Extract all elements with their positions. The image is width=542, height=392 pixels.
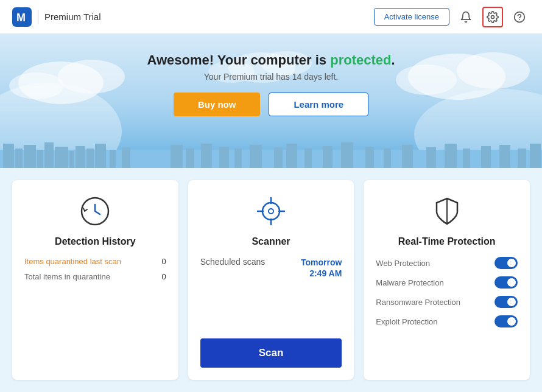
logo-icon: M: [12, 7, 32, 27]
header-divider: [38, 10, 38, 24]
hero-subtext: Your Premium trial has 14 days left.: [204, 72, 338, 82]
hero-headline-highlight: protected: [330, 52, 391, 68]
scheduled-label: Scheduled scans: [200, 257, 266, 279]
help-icon: [513, 11, 526, 23]
malware-protection-row: Malware Protection: [376, 276, 518, 289]
hero-headline: Awesome! Your computer is protected.: [147, 52, 395, 68]
svg-rect-43: [426, 147, 436, 168]
hero-buttons: Buy now Learn more: [174, 93, 368, 116]
svg-rect-36: [286, 144, 297, 168]
shield-icon: [431, 195, 463, 228]
svg-rect-44: [445, 144, 457, 168]
bell-icon: [460, 11, 472, 23]
svg-text:M: M: [16, 12, 26, 24]
svg-rect-18: [15, 149, 23, 168]
svg-point-6: [18, 61, 104, 104]
exploit-protection-row: Exploit Protection: [376, 315, 518, 327]
svg-rect-45: [463, 149, 470, 168]
row1-label: Items quarantined last scan: [24, 257, 121, 266]
help-button[interactable]: [509, 7, 530, 27]
svg-point-10: [457, 52, 530, 89]
scanner-scheduled-row: Scheduled scans Tomorrow2:49 AM: [200, 257, 342, 279]
svg-rect-28: [122, 147, 130, 168]
svg-rect-25: [86, 149, 94, 168]
web-protection-row: Web Protection: [376, 257, 518, 269]
svg-point-2: [491, 15, 494, 18]
crosshair-icon: [255, 195, 287, 228]
svg-rect-40: [365, 147, 374, 168]
detection-history-icon-area: [24, 195, 166, 228]
svg-rect-47: [499, 145, 510, 168]
realtime-protection-card: Real-Time Protection Web Protection Malw…: [364, 180, 530, 380]
ransomware-protection-label: Ransomware Protection: [376, 298, 460, 307]
buy-now-button[interactable]: Buy now: [174, 93, 261, 116]
header-left: M Premium Trial: [12, 7, 101, 27]
svg-rect-21: [44, 142, 54, 168]
hero-headline-start: Awesome! Your computer is: [147, 52, 330, 68]
row2-value: 0: [161, 272, 166, 281]
svg-point-11: [396, 65, 457, 95]
detection-history-card: Detection History Items quarantined last…: [12, 180, 178, 380]
svg-rect-33: [234, 149, 242, 168]
hero-section: Awesome! Your computer is protected. You…: [0, 34, 542, 168]
realtime-title: Real-Time Protection: [376, 236, 518, 247]
header: M Premium Trial Activate license: [0, 0, 542, 34]
ransomware-protection-toggle[interactable]: [494, 296, 518, 308]
web-protection-toggle[interactable]: [494, 257, 518, 269]
svg-rect-38: [323, 146, 333, 168]
learn-more-button[interactable]: Learn more: [269, 93, 368, 116]
realtime-icon-area: [376, 195, 518, 228]
svg-rect-20: [37, 150, 43, 168]
notification-button[interactable]: [456, 7, 476, 27]
scanner-title: Scanner: [200, 236, 342, 247]
svg-rect-27: [110, 150, 116, 168]
exploit-protection-label: Exploit Protection: [376, 317, 437, 326]
detection-history-row1: Items quarantined last scan 0: [24, 257, 166, 266]
svg-rect-39: [341, 142, 353, 168]
svg-rect-24: [76, 146, 85, 168]
svg-rect-29: [171, 145, 183, 168]
svg-point-9: [408, 54, 505, 100]
clock-icon: [79, 195, 111, 228]
svg-rect-23: [69, 151, 74, 168]
svg-rect-30: [186, 149, 194, 168]
app-title: Premium Trial: [44, 12, 101, 22]
detection-history-row2: Total items in quarantine 0: [24, 272, 166, 281]
svg-point-52: [269, 209, 273, 214]
header-right: Activate license: [374, 7, 530, 27]
detection-history-title: Detection History: [24, 236, 166, 247]
settings-button[interactable]: [482, 7, 503, 27]
svg-rect-17: [3, 144, 14, 168]
cards-section: Detection History Items quarantined last…: [0, 168, 542, 392]
svg-rect-34: [250, 145, 262, 168]
svg-rect-41: [384, 149, 391, 168]
svg-point-51: [262, 203, 280, 220]
web-protection-label: Web Protection: [376, 259, 430, 268]
scanner-card: Scanner Scheduled scans Tomorrow2:49 AM …: [188, 180, 354, 380]
svg-rect-35: [274, 147, 283, 168]
svg-rect-32: [219, 147, 229, 168]
svg-point-7: [58, 60, 125, 94]
hero-headline-end: .: [391, 52, 395, 68]
svg-rect-37: [304, 149, 312, 168]
svg-rect-42: [402, 145, 413, 168]
activate-license-button[interactable]: Activate license: [374, 8, 449, 26]
scan-button[interactable]: Scan: [200, 338, 342, 368]
svg-rect-22: [55, 147, 68, 168]
svg-rect-46: [481, 146, 491, 168]
row2-label: Total items in quarantine: [24, 272, 110, 281]
exploit-protection-toggle[interactable]: [494, 315, 518, 327]
svg-point-8: [9, 72, 64, 99]
svg-rect-19: [24, 145, 36, 168]
gear-icon: [487, 11, 499, 23]
svg-rect-31: [201, 144, 212, 168]
svg-rect-48: [518, 149, 526, 168]
scanner-icon-area: [200, 195, 342, 228]
ransomware-protection-row: Ransomware Protection: [376, 296, 518, 308]
malware-protection-label: Malware Protection: [376, 278, 443, 287]
cityscape-background: [0, 131, 542, 168]
scheduled-value: Tomorrow2:49 AM: [301, 257, 342, 279]
svg-rect-26: [95, 144, 106, 168]
row1-value: 0: [161, 257, 166, 266]
malware-protection-toggle[interactable]: [494, 276, 518, 289]
